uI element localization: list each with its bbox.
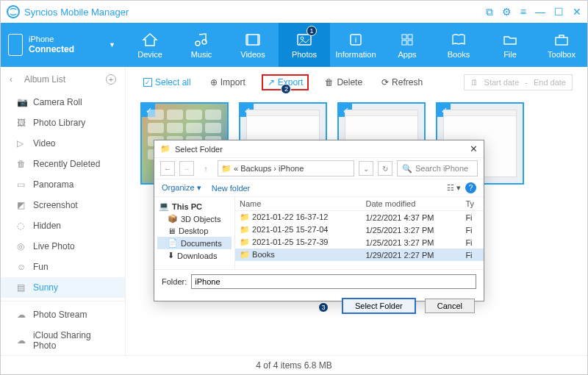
view-options-icon[interactable]: ☷ ▾ — [447, 183, 461, 193]
refresh-icon: ⟳ — [381, 77, 389, 88]
sidebar-item-hidden[interactable]: ◌Hidden — [1, 215, 125, 236]
export-icon: ↗ — [268, 77, 275, 88]
sidebar-header: ‹ Album List + — [1, 67, 125, 92]
col-type[interactable]: Ty — [461, 197, 484, 211]
col-name[interactable]: Name — [235, 197, 361, 211]
back-icon[interactable]: ‹ — [10, 74, 20, 85]
download-icon: ⬇ — [168, 251, 174, 260]
folder-input[interactable] — [191, 274, 476, 289]
breadcrumb-dropdown[interactable]: ⌄ — [359, 161, 373, 176]
refresh-button[interactable]: ⟳Refresh — [379, 76, 426, 89]
tree-item-desktop[interactable]: 🖥Desktop — [157, 225, 232, 237]
nav-back-button[interactable]: ← — [160, 161, 175, 176]
breadcrumb[interactable]: 📁 « Backups › iPhone — [218, 160, 354, 176]
svg-point-0 — [7, 6, 19, 18]
toolbar: ✓Select all ⊕Import ↗ Export 2 🗑Delete ⟳… — [126, 67, 587, 98]
dialog-toolbar: Organize ▾ New folder ☷ ▾ ? — [154, 179, 484, 197]
screen-icon[interactable]: ⧉ — [486, 6, 493, 18]
dialog-nav: ← → ↑ 📁 « Backups › iPhone ⌄ ↻ 🔍 Search … — [154, 157, 484, 179]
sidebar-item-camera-roll[interactable]: 📷Camera Roll — [1, 92, 125, 113]
tree-item-downloads[interactable]: ⬇Downloads — [157, 249, 232, 262]
sidebar-item-photo-stream[interactable]: ☁Photo Stream — [1, 304, 125, 325]
tree-item-documents[interactable]: 📄Documents — [157, 237, 232, 249]
organize-menu[interactable]: Organize ▾ — [162, 183, 201, 193]
nav-music[interactable]: Music — [176, 23, 227, 67]
titlebar: Syncios Mobile Manager ⧉ ⚙ ≡ — ☐ ✕ — [1, 1, 587, 23]
sidebar-item-recently-deleted[interactable]: 🗑Recently Deleted — [1, 154, 125, 174]
svg-rect-3 — [246, 35, 259, 45]
tree-item-this-pc[interactable]: 💻This PC — [157, 200, 232, 213]
panorama-icon: ▭ — [17, 179, 27, 190]
nav-photos[interactable]: 1 Photos — [279, 23, 330, 67]
fun-icon: ☺ — [17, 262, 27, 272]
cancel-button[interactable]: Cancel — [425, 299, 475, 313]
nav-fwd-button[interactable]: → — [179, 161, 194, 176]
plus-icon: ⊕ — [210, 77, 218, 88]
status-text: 4 of 4 items 6.8 MB — [256, 360, 331, 371]
annotation-1: 1 — [306, 26, 317, 36]
nav-toolbox[interactable]: Toolbox — [536, 23, 587, 67]
sidebar-item-fun[interactable]: ☺Fun — [1, 257, 125, 277]
folder-row[interactable]: 📁 2021-01-22 16-37-121/22/2021 4:37 PMFi — [235, 211, 484, 224]
device-widget[interactable]: iPhone Connected ▼ — [1, 23, 124, 67]
nav-books[interactable]: Books — [433, 23, 484, 67]
svg-rect-8 — [402, 35, 406, 39]
stream-icon: ☁ — [17, 310, 27, 320]
annotation-3: 3 — [318, 302, 329, 312]
dialog-titlebar: 📁 Select Folder ✕ — [154, 140, 484, 157]
nav: Device Music Videos 1 Photos iInformatio… — [124, 23, 587, 67]
folder-row[interactable]: 📁 2021-01-25 15-27-391/25/2021 3:27 PMFi — [235, 236, 484, 249]
folder-row[interactable]: 📁 2021-01-25 15-27-041/25/2021 3:27 PMFi — [235, 224, 484, 236]
device-name: iPhone — [29, 35, 74, 44]
sidebar-item-panorama[interactable]: ▭Panorama — [1, 174, 125, 195]
sidebar-item-photo-library[interactable]: 🖼Photo Library — [1, 113, 125, 133]
sidebar-item-video[interactable]: ▷Video — [1, 133, 125, 154]
export-button[interactable]: ↗ Export 2 — [262, 74, 309, 90]
sidebar-item-icloud-sharing[interactable]: ☁iCloud Sharing Photo — [1, 325, 125, 355]
svg-rect-11 — [408, 40, 412, 45]
dialog-search[interactable]: 🔍 Search iPhone — [397, 160, 478, 176]
toolbox-icon — [553, 32, 570, 48]
folder-row[interactable]: 📁 Books1/29/2021 2:27 PMFi — [235, 249, 484, 261]
chevron-down-icon[interactable]: ▼ — [109, 41, 115, 49]
sidebar-item-live-photo[interactable]: ◎Live Photo — [1, 236, 125, 257]
maximize-icon[interactable]: ☐ — [554, 6, 564, 18]
select-folder-button[interactable]: Select Folder — [342, 298, 416, 314]
date-filter[interactable]: 🗓 Start date - End date — [464, 74, 573, 90]
help-icon[interactable]: ? — [465, 182, 476, 193]
menu-icon[interactable]: ≡ — [520, 6, 526, 18]
dialog-close-icon[interactable]: ✕ — [470, 143, 478, 154]
tree-item-3d[interactable]: 📦3D Objects — [157, 213, 232, 225]
nav-file[interactable]: File — [484, 23, 536, 67]
sidebar-item-screenshot[interactable]: ◩Screenshot — [1, 195, 125, 215]
col-date[interactable]: Date modified — [361, 197, 461, 211]
nav-device[interactable]: Device — [124, 23, 176, 67]
nav-apps[interactable]: Apps — [381, 23, 433, 67]
play-icon: ▷ — [17, 138, 27, 149]
nav-information[interactable]: iInformation — [330, 23, 381, 67]
folder-label: Folder: — [162, 277, 187, 286]
close-window-icon[interactable]: ✕ — [573, 6, 581, 18]
svg-rect-12 — [556, 38, 567, 45]
new-folder-button[interactable]: New folder — [212, 184, 251, 193]
pc-icon: 💻 — [159, 201, 169, 211]
apps-icon — [400, 32, 415, 48]
delete-button[interactable]: 🗑Delete — [322, 76, 365, 89]
nav-videos[interactable]: Videos — [227, 23, 279, 67]
import-button[interactable]: ⊕Import — [207, 76, 248, 89]
svg-text:i: i — [355, 35, 356, 44]
add-album-icon[interactable]: + — [106, 74, 116, 85]
refresh-button[interactable]: ↻ — [378, 161, 392, 176]
doc-icon: 📄 — [168, 238, 178, 248]
folder-list[interactable]: Name Date modified Ty 📁 2021-01-22 16-37… — [235, 197, 484, 269]
sidebar-item-sunny[interactable]: ▤Sunny — [1, 277, 125, 298]
svg-rect-10 — [402, 40, 406, 45]
live-icon: ◎ — [17, 241, 27, 251]
image-icon: 🖼 — [17, 118, 27, 128]
select-folder-dialog: 📁 Select Folder ✕ ← → ↑ 📁 « Backups › iP… — [154, 140, 484, 301]
minimize-icon[interactable]: — — [535, 6, 545, 18]
settings-icon[interactable]: ⚙ — [502, 6, 512, 18]
select-all-button[interactable]: ✓Select all — [140, 76, 194, 89]
video-icon — [245, 32, 261, 48]
nav-up-button[interactable]: ↑ — [198, 161, 213, 176]
